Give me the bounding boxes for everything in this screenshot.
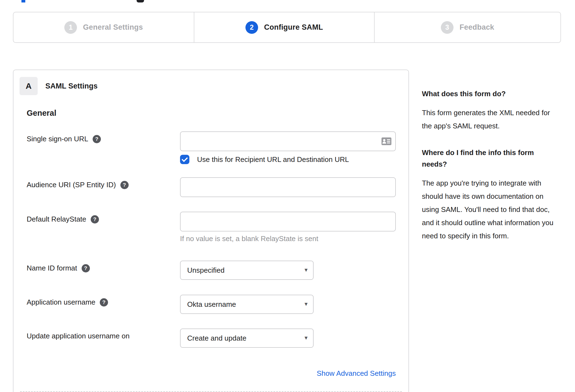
step-feedback[interactable]: 3 Feedback	[375, 12, 560, 42]
step-1-label: General Settings	[83, 23, 143, 32]
help-sidebar: What does this form do? This form genera…	[422, 88, 557, 257]
relaystate-input[interactable]	[180, 212, 396, 231]
relaystate-help-icon[interactable]: ?	[91, 215, 99, 223]
recipient-url-checkbox[interactable]	[180, 155, 189, 164]
step-3-number-badge: 3	[441, 21, 454, 34]
app-username-value: Okta username	[181, 300, 236, 309]
step-2-label: Configure SAML	[264, 23, 323, 32]
sidebar-body-what: This form generates the XML needed for t…	[422, 106, 557, 132]
update-username-select[interactable]: Create and update ▾	[180, 328, 314, 348]
nameid-format-help-icon[interactable]: ?	[82, 264, 90, 272]
audience-uri-input[interactable]	[180, 177, 396, 197]
update-username-label: Update application username on	[27, 332, 129, 340]
sso-url-label-text: Single sign-on URL	[27, 135, 88, 143]
saml-settings-panel: A SAML Settings General Single sign-on U…	[13, 70, 409, 392]
step-2-number-badge: 2	[245, 21, 258, 34]
relaystate-label-text: Default RelayState	[27, 215, 86, 223]
nameid-format-value: Unspecified	[181, 266, 225, 275]
sidebar-body-where: The app you're trying to integrate with …	[422, 176, 557, 242]
cropped-logo-fragment	[21, 0, 25, 2]
step-configure-saml[interactable]: 2 Configure SAML	[194, 12, 375, 42]
recipient-url-checkbox-label: Use this for Recipient URL and Destinati…	[197, 155, 349, 164]
sidebar-heading-what: What does this form do?	[422, 88, 557, 100]
relaystate-label: Default RelayState ?	[27, 215, 99, 223]
show-advanced-settings-link[interactable]: Show Advanced Settings	[317, 369, 396, 378]
audience-uri-help-icon[interactable]: ?	[120, 181, 129, 189]
chevron-down-icon: ▾	[305, 301, 308, 307]
sso-url-label: Single sign-on URL ?	[27, 135, 101, 143]
chevron-down-icon: ▾	[305, 335, 308, 341]
cropped-app-icon-fragment	[137, 0, 144, 2]
configure-saml-page: 1 General Settings 2 Configure SAML 3 Fe…	[0, 0, 575, 392]
step-general-settings[interactable]: 1 General Settings	[13, 12, 194, 42]
nameid-format-select[interactable]: Unspecified ▾	[180, 261, 314, 280]
sso-url-input-wrap	[180, 131, 396, 151]
audience-uri-label-text: Audience URI (SP Entity ID)	[27, 181, 116, 189]
general-group-heading: General	[27, 109, 56, 118]
nameid-format-label-text: Name ID format	[27, 264, 77, 272]
sso-url-input[interactable]	[180, 131, 396, 151]
app-username-select[interactable]: Okta username ▾	[180, 295, 314, 314]
section-a-badge: A	[20, 77, 38, 95]
sidebar-heading-where: Where do I find the info this form needs…	[422, 147, 557, 170]
wizard-stepper: 1 General Settings 2 Configure SAML 3 Fe…	[13, 12, 561, 43]
app-username-label-text: Application username	[27, 298, 95, 307]
nameid-format-label: Name ID format ?	[27, 264, 90, 272]
chevron-down-icon: ▾	[305, 267, 308, 273]
update-username-value: Create and update	[181, 334, 246, 343]
relaystate-helper-text: If no value is set, a blank RelayState i…	[180, 234, 318, 243]
app-username-help-icon[interactable]: ?	[100, 298, 108, 307]
section-title: SAML Settings	[45, 77, 98, 95]
app-username-label: Application username ?	[27, 298, 108, 307]
step-3-label: Feedback	[460, 23, 494, 32]
update-username-label-text: Update application username on	[27, 332, 129, 340]
step-1-number-badge: 1	[64, 21, 77, 34]
audience-uri-label: Audience URI (SP Entity ID) ?	[27, 181, 129, 189]
sso-url-help-icon[interactable]: ?	[93, 135, 101, 143]
contact-card-icon	[382, 137, 391, 145]
